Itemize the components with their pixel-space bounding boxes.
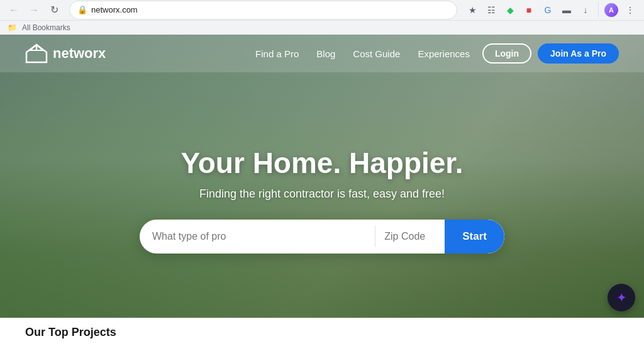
nav-cost-guide[interactable]: Cost Guide xyxy=(353,48,400,59)
bookmarks-bar: 📁 All Bookmarks xyxy=(0,20,644,35)
forward-button[interactable]: → xyxy=(25,1,43,19)
profile-button[interactable]: A xyxy=(602,1,620,19)
url-text: networx.com xyxy=(91,5,449,14)
pro-search-input[interactable] xyxy=(140,220,375,254)
extensions-button[interactable]: ▬ xyxy=(558,1,575,19)
zip-code-input[interactable] xyxy=(375,220,445,254)
extension-puzzle-button[interactable]: ◆ xyxy=(501,1,519,19)
browser-actions: ★ ☷ ◆ ■ G ▬ ↓ A ⋮ xyxy=(464,1,639,19)
nav-find-a-pro[interactable]: Find a Pro xyxy=(255,48,299,59)
download-button[interactable]: ↓ xyxy=(577,1,594,19)
logo-text: networx xyxy=(53,45,106,62)
hero-title: Your Home. Happier. xyxy=(180,146,463,180)
profile-avatar: A xyxy=(604,3,618,17)
site-nav: networx Find a Pro Blog Cost Guide Exper… xyxy=(0,35,644,72)
website-content: networx Find a Pro Blog Cost Guide Exper… xyxy=(0,35,644,346)
tab-search-button[interactable]: ☷ xyxy=(482,1,500,19)
translate-button[interactable]: G xyxy=(539,1,557,19)
chat-icon: ✦ xyxy=(616,290,627,305)
site-logo[interactable]: networx xyxy=(25,42,106,65)
refresh-button[interactable]: ↻ xyxy=(45,1,63,19)
browser-chrome: ← → ↻ 🔒 networx.com ★ ☷ ◆ ■ G ▬ ↓ A ⋮ 📁 … xyxy=(0,0,644,35)
address-bar[interactable]: 🔒 networx.com xyxy=(69,1,457,20)
bookmarks-label[interactable]: All Bookmarks xyxy=(22,23,70,32)
menu-button[interactable]: ⋮ xyxy=(621,1,639,19)
toolbar-separator xyxy=(598,3,599,18)
lock-icon: 🔒 xyxy=(77,5,87,14)
hero-content: Your Home. Happier. Finding the right co… xyxy=(0,35,644,346)
search-bar: Start xyxy=(140,220,504,254)
login-button[interactable]: Login xyxy=(482,43,531,64)
chat-widget-button[interactable]: ✦ xyxy=(608,284,635,311)
hero-section: networx Find a Pro Blog Cost Guide Exper… xyxy=(0,35,644,346)
start-button[interactable]: Start xyxy=(445,220,504,254)
bookmarks-folder-icon: 📁 xyxy=(8,23,17,32)
hero-subtitle: Finding the right contractor is fast, ea… xyxy=(199,187,445,201)
nav-blog[interactable]: Blog xyxy=(316,48,335,59)
back-button[interactable]: ← xyxy=(5,1,23,19)
logo-icon xyxy=(25,42,48,65)
nav-experiences[interactable]: Experiences xyxy=(418,48,470,59)
nav-links: Find a Pro Blog Cost Guide Experiences xyxy=(255,48,470,59)
browser-toolbar: ← → ↻ 🔒 networx.com ★ ☷ ◆ ■ G ▬ ↓ A ⋮ xyxy=(0,0,644,20)
avast-button[interactable]: ■ xyxy=(520,1,538,19)
bookmark-star-button[interactable]: ★ xyxy=(464,1,481,19)
join-as-pro-button[interactable]: Join As a Pro xyxy=(538,43,619,64)
